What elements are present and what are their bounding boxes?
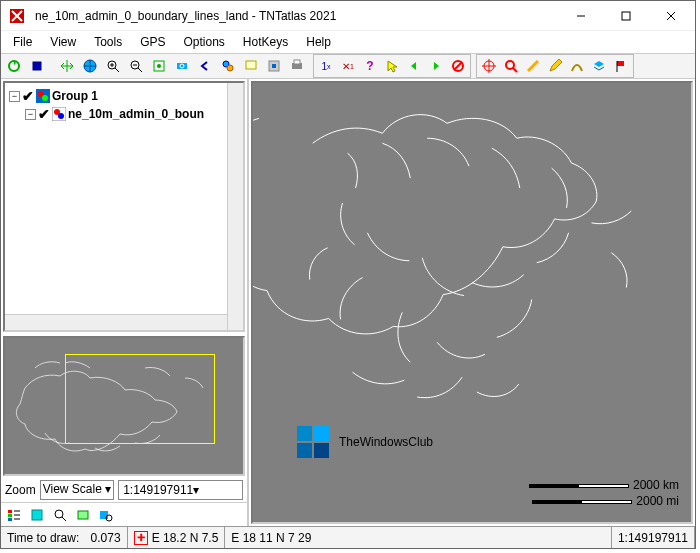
svg-rect-39 xyxy=(100,511,108,519)
zoom-layer-icon[interactable] xyxy=(171,55,193,77)
check-icon[interactable]: ✔ xyxy=(22,88,34,104)
legend-icon[interactable] xyxy=(3,504,25,526)
status-scale: 1:149197911 xyxy=(612,527,695,548)
titlebar: ne_10m_admin_0_boundary_lines_land - TNT… xyxy=(1,1,695,31)
layer-zoom-icon[interactable] xyxy=(95,504,117,526)
minimize-button[interactable] xyxy=(558,2,603,30)
svg-rect-36 xyxy=(32,510,42,520)
collapse-icon[interactable]: − xyxy=(25,109,36,120)
vertical-scrollbar[interactable] xyxy=(227,83,243,330)
refresh-icon[interactable] xyxy=(3,55,25,77)
zoom-red-icon[interactable] xyxy=(500,55,522,77)
window-title: ne_10m_admin_0_boundary_lines_land - TNT… xyxy=(31,9,558,23)
layer-toolbar xyxy=(1,502,247,526)
menu-gps[interactable]: GPS xyxy=(132,33,173,51)
zoom-label: Zoom xyxy=(5,483,36,497)
svg-point-29 xyxy=(58,113,64,119)
collapse-icon[interactable]: − xyxy=(9,91,20,102)
tree-layer-row[interactable]: − ✔ ne_10m_admin_0_boun xyxy=(9,105,239,123)
left-panel: − ✔ Group 1 − ✔ ne_10m_admin_0_boun xyxy=(1,79,249,526)
app-icon xyxy=(9,8,25,24)
globe-icon[interactable] xyxy=(79,55,101,77)
zoom-tool-icon[interactable] xyxy=(217,55,239,77)
menubar: File View Tools GPS Options HotKeys Help xyxy=(1,31,695,53)
main-area: − ✔ Group 1 − ✔ ne_10m_admin_0_boun xyxy=(1,79,695,526)
app-window: ne_10m_admin_0_boundary_lines_land - TNT… xyxy=(0,0,696,549)
svg-rect-4 xyxy=(33,62,41,70)
svg-rect-18 xyxy=(294,60,300,64)
layers-icon[interactable] xyxy=(588,55,610,77)
zoom-mode-select[interactable]: View Scale ▾ xyxy=(40,480,115,500)
sketch-icon[interactable] xyxy=(566,55,588,77)
status-drawtime: Time to draw: 0.073 xyxy=(1,527,128,548)
svg-rect-2 xyxy=(622,12,630,20)
crosshair-icon[interactable] xyxy=(478,55,500,77)
zoom-prev-icon[interactable] xyxy=(194,55,216,77)
toolbar-group-3 xyxy=(476,54,634,78)
check-icon[interactable]: ✔ xyxy=(38,106,50,122)
zoom-out-icon[interactable] xyxy=(125,55,147,77)
watermark-text: TheWindowsClub xyxy=(339,435,433,449)
measure-icon[interactable] xyxy=(522,55,544,77)
statusbar: Time to draw: 0.073 ✚ E 18.2 N 7.5 E 18 … xyxy=(1,526,695,548)
pan-icon[interactable] xyxy=(56,55,78,77)
stop-icon[interactable] xyxy=(26,55,48,77)
scale-bar: 2000 km 2000 mi xyxy=(529,478,679,508)
svg-rect-42 xyxy=(314,426,329,441)
print-icon[interactable] xyxy=(286,55,308,77)
svg-point-26 xyxy=(42,95,48,101)
scale-1-icon[interactable]: 1x xyxy=(315,55,337,77)
menu-options[interactable]: Options xyxy=(176,33,233,51)
svg-rect-31 xyxy=(8,514,12,517)
svg-rect-41 xyxy=(297,426,312,441)
group-icon xyxy=(36,89,50,103)
pointer-icon[interactable] xyxy=(381,55,403,77)
scale-x-icon[interactable]: ✕1 xyxy=(337,55,359,77)
crosshair-status-icon: ✚ xyxy=(134,531,148,545)
select-next-icon[interactable] xyxy=(425,55,447,77)
zoom-find-icon[interactable] xyxy=(49,504,71,526)
zoom-scale-input[interactable]: 1:149197911 ▾ xyxy=(118,480,243,500)
svg-rect-22 xyxy=(617,61,624,66)
watermark-icon xyxy=(293,422,333,462)
layer-icon xyxy=(52,107,66,121)
menu-hotkeys[interactable]: HotKeys xyxy=(235,33,296,51)
maximize-button[interactable] xyxy=(603,2,648,30)
svg-rect-14 xyxy=(246,61,256,69)
tree-group-row[interactable]: − ✔ Group 1 xyxy=(9,87,239,105)
svg-rect-30 xyxy=(8,510,12,513)
menu-file[interactable]: File xyxy=(5,33,40,51)
svg-point-13 xyxy=(227,65,233,71)
layer-label: ne_10m_admin_0_boun xyxy=(68,107,204,121)
overview-map[interactable] xyxy=(3,336,245,476)
overview-viewport-rect[interactable] xyxy=(65,354,215,444)
horizontal-scrollbar[interactable] xyxy=(5,314,227,330)
group-label: Group 1 xyxy=(52,89,98,103)
menu-view[interactable]: View xyxy=(42,33,84,51)
map-view[interactable]: TheWindowsClub 2000 km 2000 mi xyxy=(251,81,693,524)
zoom-controls: Zoom View Scale ▾ 1:149197911 ▾ xyxy=(1,478,247,502)
edit-icon[interactable] xyxy=(544,55,566,77)
menu-help[interactable]: Help xyxy=(298,33,339,51)
select-prev-icon[interactable] xyxy=(403,55,425,77)
svg-rect-16 xyxy=(272,64,276,68)
layer-tree[interactable]: − ✔ Group 1 − ✔ ne_10m_admin_0_boun xyxy=(3,81,245,332)
status-coords: ✚ E 18.2 N 7.5 xyxy=(128,527,226,548)
map-tips-icon[interactable] xyxy=(240,55,262,77)
extent-box-icon[interactable] xyxy=(26,504,48,526)
right-panel: TheWindowsClub 2000 km 2000 mi xyxy=(249,79,695,526)
status-coords-dms: E 18 11 N 7 29 xyxy=(225,527,612,548)
snap-icon[interactable] xyxy=(263,55,285,77)
toolbar-group-2: 1x ✕1 ? xyxy=(313,54,471,78)
flag-icon[interactable] xyxy=(610,55,632,77)
zoom-extent-icon[interactable] xyxy=(148,55,170,77)
svg-rect-43 xyxy=(297,443,312,458)
svg-point-9 xyxy=(157,64,161,68)
svg-rect-38 xyxy=(78,511,88,519)
clear-select-icon[interactable] xyxy=(447,55,469,77)
query-icon[interactable]: ? xyxy=(359,55,381,77)
layer-manage-icon[interactable] xyxy=(72,504,94,526)
zoom-in-icon[interactable] xyxy=(102,55,124,77)
menu-tools[interactable]: Tools xyxy=(86,33,130,51)
close-button[interactable] xyxy=(648,2,693,30)
